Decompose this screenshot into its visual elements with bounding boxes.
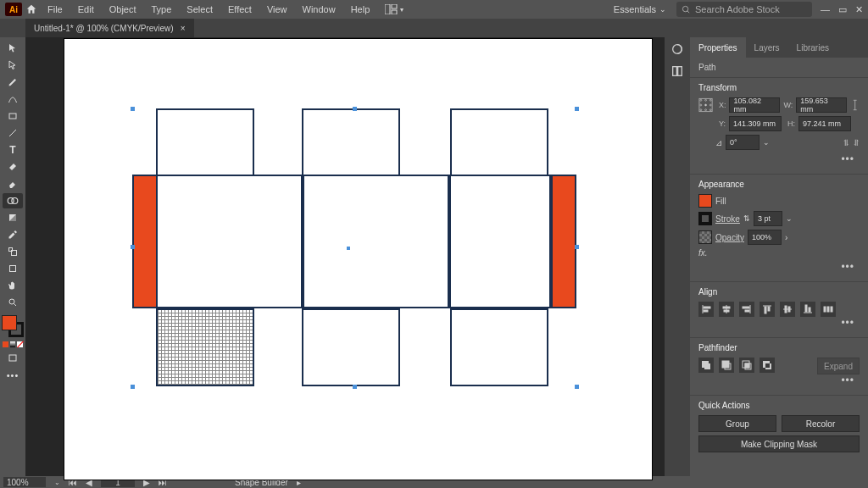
menu-window[interactable]: Window [296,0,342,19]
align-top-icon[interactable] [760,302,775,317]
selection-handle[interactable] [131,245,135,249]
shape-rect[interactable] [450,108,548,176]
shape-rect-orange[interactable] [132,175,158,308]
menu-file[interactable]: File [41,0,70,19]
artboard[interactable] [64,39,652,480]
opacity-swatch[interactable] [698,230,712,244]
stroke-swatch[interactable] [698,212,712,225]
distribute-icon[interactable] [821,302,836,317]
shape-rect[interactable] [156,108,254,176]
group-button[interactable]: Group [698,415,776,432]
flip-horizontal-icon[interactable]: ⥮ [843,138,849,147]
canvas-area[interactable] [25,37,665,476]
opacity-label[interactable]: Opacity [715,233,744,242]
screen-mode-icon[interactable] [3,351,23,366]
stroke-weight-field[interactable]: 3 pt [754,211,782,226]
recolor-button[interactable]: Recolor [782,415,860,432]
eraser-tool[interactable] [3,176,23,191]
shape-rect-orange[interactable] [551,175,576,308]
menu-object[interactable]: Object [103,0,143,19]
shape-rect[interactable] [449,175,551,308]
zoom-tool[interactable] [3,295,23,310]
document-tab[interactable]: Untitled-1* @ 100% (CMYK/Preview) × [25,19,194,37]
transform-more-icon[interactable]: ••• [698,153,860,165]
scale-tool[interactable] [3,244,23,259]
selection-handle[interactable] [131,385,135,389]
pathfinder-intersect-icon[interactable] [739,358,754,373]
maximize-icon[interactable]: ▭ [838,4,847,15]
reference-point-icon[interactable] [698,97,713,113]
flip-vertical-icon[interactable]: ⥯ [853,138,860,147]
shape-builder-tool[interactable] [3,193,23,208]
search-stock[interactable]: Search Adobe Stock [676,2,812,17]
edit-toolbar-icon[interactable]: ••• [3,368,23,383]
fill-swatch[interactable] [2,315,17,330]
selection-handle[interactable] [575,245,579,249]
tab-close-icon[interactable]: × [181,24,186,33]
pen-tool[interactable] [3,75,23,90]
align-bottom-icon[interactable] [800,302,815,317]
align-more-icon[interactable]: ••• [698,317,860,329]
shape-rect[interactable] [302,308,400,386]
align-hcenter-icon[interactable] [719,302,734,317]
selection-handle[interactable] [575,107,579,111]
pathfinder-minus-icon[interactable] [719,358,734,373]
tab-properties[interactable]: Properties [690,37,746,58]
align-right-icon[interactable] [739,302,754,317]
pathfinder-exclude-icon[interactable] [760,358,775,373]
close-icon[interactable]: ✕ [855,4,863,15]
type-tool[interactable]: T [3,142,23,158]
shape-rect[interactable] [302,108,400,176]
rotate-dropdown-icon[interactable]: ⌄ [763,138,770,147]
direct-selection-tool[interactable] [3,58,23,73]
rectangle-tool[interactable] [3,108,23,124]
y-field[interactable]: 141.309 mm [729,116,782,131]
shape-rect[interactable] [450,308,548,386]
stroke-profile-dropdown[interactable]: ⌄ [786,214,793,223]
selection-handle[interactable] [353,107,357,111]
align-vcenter-icon[interactable] [780,302,795,317]
tab-layers[interactable]: Layers [746,37,788,58]
fill-stroke-swatches[interactable] [2,315,24,337]
stroke-stepper-icon[interactable]: ⇅ [743,214,750,223]
link-wh-icon[interactable] [850,97,860,113]
shape-rect[interactable] [303,175,449,308]
menu-help[interactable]: Help [344,0,377,19]
chevron-down-icon[interactable]: ⌄ [54,479,60,486]
menu-select[interactable]: Select [180,0,220,19]
h-field[interactable]: 97.241 mm [798,116,851,131]
selection-tool[interactable] [3,41,23,56]
rotate-field[interactable]: 0° [726,135,760,150]
gradient-tool[interactable] [3,210,23,225]
shape-rect-hatched[interactable] [156,308,254,386]
dock-color-icon[interactable] [670,42,684,56]
opacity-more-icon[interactable]: › [785,233,787,242]
paintbrush-tool[interactable] [3,159,23,175]
tab-libraries[interactable]: Libraries [788,37,837,58]
line-tool[interactable] [3,125,23,141]
stroke-label[interactable]: Stroke [715,214,740,224]
dock-libraries-icon[interactable] [670,64,684,78]
workspace-switcher[interactable]: Essentials ⌄ [605,4,675,14]
arrange-docs-icon[interactable]: ▾ [378,0,410,19]
pathfinder-unite-icon[interactable] [698,358,714,373]
appearance-more-icon[interactable]: ••• [698,261,860,273]
home-icon[interactable] [24,2,39,17]
minimize-icon[interactable]: — [821,4,830,15]
menu-view[interactable]: View [260,0,294,19]
menu-type[interactable]: Type [145,0,179,19]
menu-edit[interactable]: Edit [71,0,101,19]
selection-handle[interactable] [575,385,579,389]
selection-handle[interactable] [131,107,135,111]
fill-swatch[interactable] [698,194,712,208]
opacity-field[interactable]: 100% [748,230,782,245]
pathfinder-more-icon[interactable]: ••• [698,374,860,386]
make-clipping-mask-button[interactable]: Make Clipping Mask [698,435,860,452]
shape-rect[interactable] [156,175,303,308]
x-field[interactable]: 105.082 mm [729,97,779,113]
fx-label[interactable]: fx. [698,248,708,258]
w-field[interactable]: 159.653 mm [796,97,846,113]
hand-tool[interactable] [3,278,23,293]
selection-handle[interactable] [353,385,357,389]
align-left-icon[interactable] [698,302,714,317]
